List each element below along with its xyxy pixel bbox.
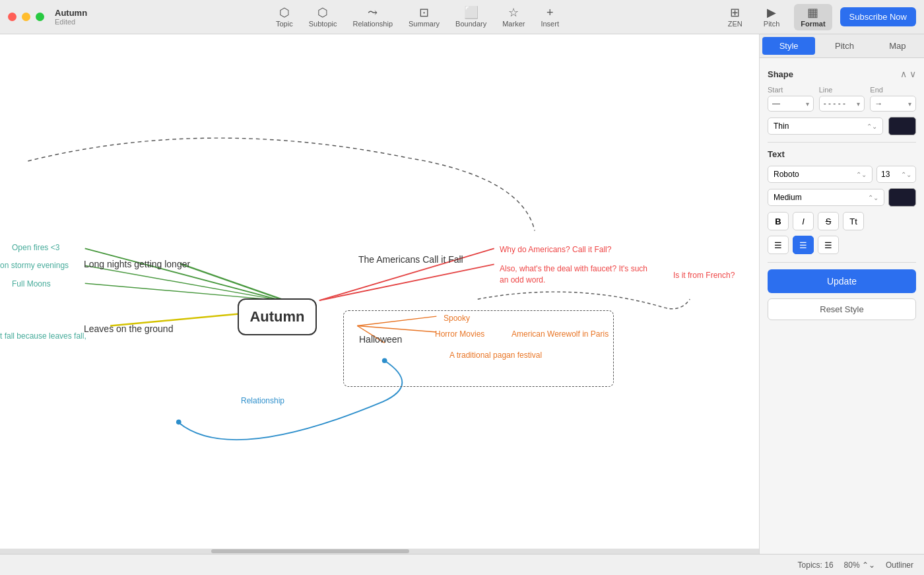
tab-pitch[interactable]: Pitch: [818, 34, 871, 57]
pitch-icon: ▶: [767, 7, 776, 18]
zen-item[interactable]: ⊞ ZEN: [721, 4, 749, 30]
start-chevron: ▾: [806, 100, 809, 108]
node-americans[interactable]: The Americans Call it Fall: [358, 254, 463, 265]
reset-button[interactable]: Reset Style: [768, 298, 916, 320]
svg-line-11: [180, 263, 282, 299]
window-controls: [8, 13, 44, 21]
statusbar: Topics: 16 80% ⌃⌄ Outliner: [0, 554, 924, 575]
tab-map[interactable]: Map: [871, 34, 924, 57]
end-select[interactable]: → ▾: [870, 96, 916, 112]
font-select[interactable]: Roboto ⌃⌄: [768, 166, 873, 183]
shape-options-row: Start — ▾ Line - - - - - ▾ End: [768, 86, 916, 112]
shape-section-title: Shape: [768, 69, 793, 79]
bold-button[interactable]: B: [768, 212, 789, 230]
minimize-button[interactable]: [22, 13, 30, 21]
strikethrough-button[interactable]: S: [818, 212, 839, 230]
end-label: End: [870, 86, 916, 94]
toolbar-right: ⊞ ZEN ▶ Pitch ▦ Format Subscribe Now: [721, 4, 916, 30]
node-open-fires[interactable]: Open fires <3: [12, 243, 59, 252]
right-panel: Style Pitch Map Shape ∧ ∨ Start — ▾: [759, 34, 924, 554]
align-left-button[interactable]: ☰: [768, 236, 789, 254]
node-pagan[interactable]: A traditional pagan festival: [449, 351, 542, 360]
svg-line-1: [85, 265, 282, 300]
line-chevron: ▾: [857, 100, 860, 108]
relationship-icon: ⤳: [368, 7, 378, 18]
scrollbar-thumb[interactable]: [211, 549, 409, 553]
toolbar-insert[interactable]: + Insert: [534, 4, 566, 30]
node-stormy[interactable]: on stormy evenings: [0, 261, 69, 270]
thickness-select[interactable]: Thin ⌃⌄: [768, 118, 883, 135]
tt-button[interactable]: Tt: [843, 212, 864, 230]
marker-icon: ☆: [508, 7, 519, 18]
weight-row: Medium ⌃⌄: [768, 188, 916, 207]
canvas-scrollbar[interactable]: [0, 549, 759, 554]
topic-icon: ⬡: [279, 7, 290, 18]
pitch-label: Pitch: [764, 20, 779, 28]
close-button[interactable]: [8, 13, 16, 21]
node-fall-leaves[interactable]: t fall because leaves fall,: [0, 331, 86, 341]
divider-2: [768, 262, 916, 263]
relationship-label: Relationship: [241, 396, 284, 405]
italic-button[interactable]: I: [793, 212, 814, 230]
summary-label: Summary: [409, 20, 440, 28]
node-faucet[interactable]: Also, what's the deal with faucet? It's …: [500, 263, 651, 286]
node-long-nights[interactable]: Long nights getting longer: [84, 259, 190, 269]
app-subtitle: Edited: [55, 18, 87, 26]
zoom-chevrons[interactable]: ⌃⌄: [862, 560, 875, 570]
toolbar: ⬡ Topic ⬡ Subtopic ⤳ Relationship ⊡ Summ…: [114, 4, 721, 30]
bold-icon: B: [775, 217, 781, 226]
text-section-header: Text: [768, 149, 916, 159]
toolbar-subtopic[interactable]: ⬡ Subtopic: [302, 4, 344, 30]
start-select[interactable]: — ▾: [768, 96, 814, 112]
node-why-americans[interactable]: Why do Americans? Call it Fall?: [500, 245, 611, 254]
node-werewolf[interactable]: American Werewolf in Paris: [512, 329, 609, 339]
canvas-svg: [0, 34, 759, 554]
maximize-button[interactable]: [36, 13, 44, 21]
node-spooky[interactable]: Spooky: [444, 314, 470, 323]
text-section-title: Text: [768, 149, 785, 159]
node-french[interactable]: Is it from French?: [673, 271, 735, 280]
relationship-label: Relationship: [352, 20, 393, 28]
outliner-button[interactable]: Outliner: [886, 560, 913, 570]
font-chevrons: ⌃⌄: [856, 171, 867, 178]
toolbar-relationship[interactable]: ⤳ Relationship: [346, 4, 399, 30]
toolbar-topic[interactable]: ⬡ Topic: [269, 4, 300, 30]
central-node[interactable]: Autumn: [238, 298, 317, 335]
tab-style[interactable]: Style: [762, 37, 815, 55]
toolbar-marker[interactable]: ☆ Marker: [496, 4, 531, 30]
boundary-label: Boundary: [455, 20, 486, 28]
align-left-icon: ☰: [774, 240, 782, 250]
weight-select[interactable]: Medium ⌃⌄: [768, 189, 884, 206]
thickness-row: Thin ⌃⌄: [768, 117, 916, 135]
toolbar-boundary[interactable]: ⬜ Boundary: [449, 4, 493, 30]
node-leaves[interactable]: Leaves on the ground: [84, 323, 173, 334]
line-select[interactable]: - - - - - ▾: [819, 96, 865, 112]
topic-label: Topic: [276, 20, 293, 28]
subscribe-button[interactable]: Subscribe Now: [840, 7, 916, 26]
font-size-select[interactable]: 13 ⌃⌄: [876, 166, 916, 183]
start-value: —: [772, 99, 780, 108]
node-full-moons[interactable]: Full Moons: [12, 279, 51, 288]
shape-chevron-up[interactable]: ∧: [900, 69, 907, 79]
svg-line-0: [85, 248, 282, 300]
shape-chevron-down[interactable]: ∨: [909, 69, 916, 79]
pitch-item[interactable]: ▶ Pitch: [757, 4, 786, 30]
node-horror-movies[interactable]: Horror Movies: [435, 329, 484, 339]
align-center-icon: ☰: [799, 240, 807, 250]
weight-value: Medium: [774, 193, 802, 202]
text-color-swatch[interactable]: [888, 188, 916, 207]
end-chevron: ▾: [908, 100, 911, 108]
align-center-button[interactable]: ☰: [793, 236, 814, 254]
canvas[interactable]: Autumn Long nights getting longer Leaves…: [0, 34, 759, 554]
shape-color-swatch[interactable]: [888, 117, 916, 135]
shape-section-header: Shape ∧ ∨: [768, 69, 916, 79]
update-button[interactable]: Update: [768, 269, 916, 293]
zen-label: ZEN: [728, 20, 742, 28]
format-item[interactable]: ▦ Format: [794, 4, 832, 30]
align-right-button[interactable]: ☰: [818, 236, 839, 254]
subtopic-icon: ⬡: [317, 7, 328, 18]
italic-icon: I: [802, 217, 805, 226]
toolbar-summary[interactable]: ⊡ Summary: [402, 4, 446, 30]
node-halloween[interactable]: Halloween: [359, 334, 402, 345]
app-title: Autumn Edited: [55, 8, 87, 26]
